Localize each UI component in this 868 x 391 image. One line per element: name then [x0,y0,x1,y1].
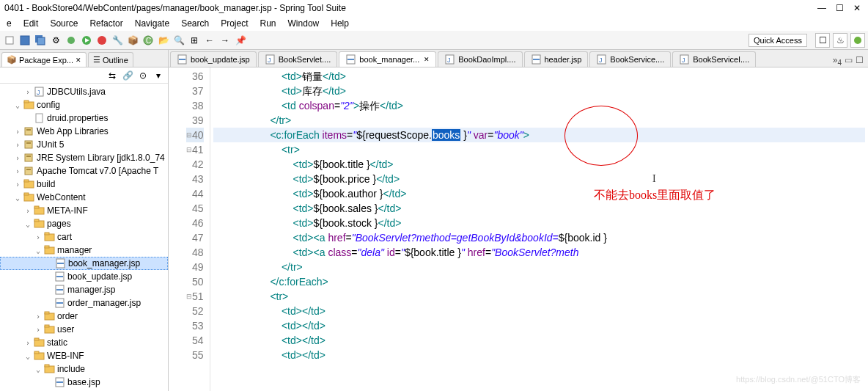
code-line[interactable]: </c:forEach> [213,274,865,289]
collapse-icon[interactable]: ⌄ [34,246,43,255]
tree-item-meta-inf[interactable]: ›META-INF [0,204,168,217]
expand-icon[interactable]: › [23,339,32,347]
code-line[interactable]: <td>库存</td> [213,84,865,98]
show-list-icon[interactable]: »4 [833,55,842,67]
tree-item-jre-system-library--jdk1-8-0-74[interactable]: ›JRE System Library [jdk1.8.0_74 [0,151,168,164]
search-icon[interactable]: 🔍 [172,34,185,47]
nav-fwd-icon[interactable]: → [218,34,232,47]
menu-window[interactable]: Window [283,17,325,30]
editor-tab-book-update-jsp[interactable]: book_update.jsp [170,51,257,67]
code-editor[interactable]: 36373839⊟40⊟41424344454647484950⊟5152535… [169,67,868,391]
expand-icon[interactable]: › [13,128,22,136]
tree-item-manager-jsp[interactable]: manager.jsp [0,283,168,296]
run-icon[interactable] [80,34,93,47]
tree-item-pages[interactable]: ⌄pages [0,217,168,230]
tree-item-order[interactable]: ›order [0,310,168,323]
menu-project[interactable]: Project [216,17,253,30]
editor-tab-bookservicei----[interactable]: JBookServiceI.... [672,51,756,67]
focus-icon[interactable]: ⊙ [136,69,150,82]
collapse-icon[interactable]: ⌄ [23,220,32,228]
collapse-all-icon[interactable]: ⇆ [106,69,119,82]
expand-icon[interactable]: › [34,313,43,321]
tree-item-include[interactable]: ⌄include [0,362,168,376]
tree-item-apache-tomcat-v7-0--apache-t[interactable]: ›Apache Tomcat v7.0 [Apache T [0,164,168,178]
spring-perspective-icon[interactable] [850,33,865,48]
code-content[interactable]: <td>销量</td> <td>库存</td> <td colspan="2">… [210,67,868,391]
tree-item-webcontent[interactable]: ⌄WebContent [0,191,168,204]
close-button[interactable]: ✕ [850,3,864,13]
debug-icon[interactable] [65,34,78,47]
tab-outline[interactable]: ☰ Outline [88,52,133,67]
tab-package-explorer[interactable]: 📦 Package Exp... ✕ [1,52,87,67]
editor-tab-header-jsp[interactable]: header.jsp [524,51,589,67]
expand-icon[interactable]: › [34,233,43,241]
tree-item-book-update-jsp[interactable]: book_update.jsp [0,270,168,283]
tree-item-order-manager-jsp[interactable]: order_manager.jsp [0,296,168,310]
link-editor-icon[interactable]: 🔗 [121,69,134,82]
project-tree[interactable]: ›JJDBCUtils.java⌄configdruid.properties›… [0,84,168,391]
expand-icon[interactable]: › [13,154,22,162]
code-line[interactable]: </tr> [213,113,865,128]
menu-e[interactable]: e [1,17,17,30]
nav-back-icon[interactable]: ← [203,34,216,47]
code-line[interactable]: <td>${book.author }</td> [213,186,865,201]
save-all-icon[interactable] [34,34,47,47]
tree-item-jdbcutils-java[interactable]: ›JJDBCUtils.java [0,85,168,98]
save-icon[interactable] [18,34,32,47]
minimize-button[interactable]: — [815,3,828,13]
ext-tools-icon[interactable]: 🔧 [111,34,124,47]
code-line[interactable]: <c:forEach items="${requestScope.books }… [213,128,865,142]
tree-item-web-inf[interactable]: ⌄WEB-INF [0,349,168,362]
tree-item-manager[interactable]: ⌄manager [0,244,168,257]
code-line[interactable]: <td>${book.sales }</td> [213,201,865,216]
toggle-icon[interactable]: ⊞ [188,34,201,47]
menu-search[interactable]: Search [176,17,214,30]
code-line[interactable]: <td>${book.title }</td> [213,157,865,172]
code-line[interactable]: <tr> [213,289,865,304]
collapse-icon[interactable]: ⌄ [23,352,32,360]
menu-run[interactable]: Run [255,17,282,30]
editor-tab-bookservlet----[interactable]: JBookServlet.... [258,51,338,67]
code-line[interactable]: <td>${book.stock }</td> [213,216,865,230]
menu-navigate[interactable]: Navigate [130,17,174,30]
expand-icon[interactable]: › [23,88,32,96]
minimize-view-icon[interactable]: ▭ [845,55,853,67]
editor-tab-bookservice----[interactable]: JBookService.... [589,51,671,67]
tool-icon[interactable]: ⚙ [49,34,62,47]
tree-item-junit-5[interactable]: ›JUnit 5 [0,138,168,151]
code-line[interactable]: </tr> [213,260,865,274]
code-line[interactable]: <td></td> [213,318,865,333]
tree-item-config[interactable]: ⌄config [0,98,168,112]
collapse-icon[interactable]: ⌄ [13,101,22,109]
run-last-icon[interactable] [95,34,108,47]
tree-item-cart[interactable]: ›cart [0,230,168,244]
menu-edit[interactable]: Edit [18,17,44,30]
code-line[interactable]: <td><a href="BookServlet?method=getBookB… [213,230,865,245]
tree-item-druid-properties[interactable]: druid.properties [0,112,168,125]
new-pkg-icon[interactable]: 📦 [126,34,139,47]
code-line[interactable]: <td><a class="dela" id="${book.title }" … [213,245,865,260]
open-perspective-icon[interactable]: ☐ [815,33,830,48]
menu-refactor[interactable]: Refactor [84,17,128,30]
open-type-icon[interactable]: 📂 [157,34,170,47]
quick-access[interactable]: Quick Access [749,34,807,47]
expand-icon[interactable]: › [13,167,22,175]
tree-item-base-jsp[interactable]: base.jsp [0,376,168,389]
menu-help[interactable]: Help [326,17,354,30]
code-line[interactable]: <td></td> [213,333,865,348]
menu-source[interactable]: Source [45,17,83,30]
expand-icon[interactable]: › [13,141,22,149]
close-tab-icon[interactable]: ✕ [76,56,81,64]
editor-tab-bookdaoimpl----[interactable]: JBookDaoImpl.... [438,51,522,67]
code-line[interactable]: <td></td> [213,304,865,318]
expand-icon[interactable]: › [34,326,43,334]
pin-icon[interactable]: 📌 [234,34,247,47]
code-line[interactable]: <td>${book.price }</td> [213,172,865,186]
expand-icon[interactable]: › [13,180,22,189]
tree-item-build[interactable]: ›build [0,178,168,191]
editor-tab-book-manager---[interactable]: book_manager...✕ [339,51,436,67]
new-icon[interactable] [3,34,16,47]
tree-item-static[interactable]: ›static [0,336,168,349]
maximize-view-icon[interactable]: ☐ [856,55,864,67]
maximize-button[interactable]: ☐ [833,3,846,13]
